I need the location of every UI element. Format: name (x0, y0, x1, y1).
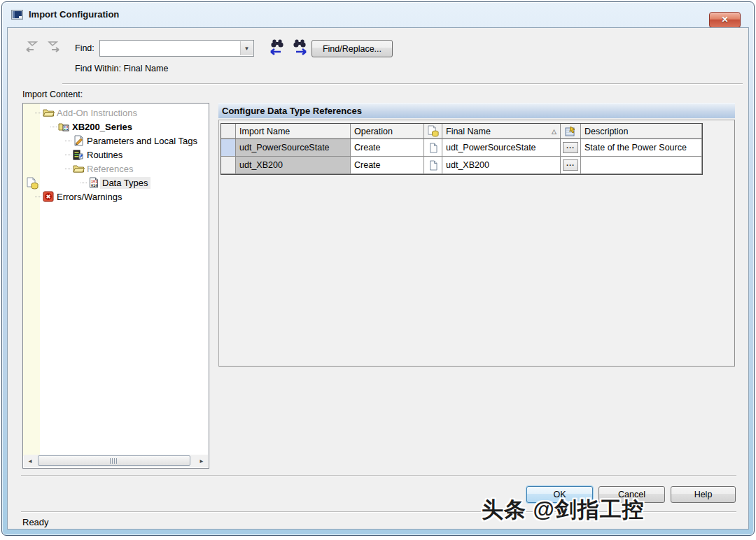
tree-item-routines[interactable]: Routines (23, 148, 209, 162)
column-header-reference-type[interactable] (424, 124, 442, 139)
find-label: Find: (75, 43, 94, 53)
import-content-label: Import Content: (22, 90, 83, 99)
dialog-client-area: Find: ▼ Find/Replace... Find Within: Fin… (7, 27, 749, 530)
routines-icon (72, 150, 85, 160)
folder-open-icon (42, 108, 55, 118)
svg-text:010: 010 (91, 183, 97, 187)
tree-item-data-types[interactable]: 101010 Data Types (23, 176, 209, 190)
browse-cell[interactable]: ... (561, 157, 581, 174)
final-name-cell[interactable]: udt_XB200 (442, 157, 561, 174)
tree-item-xb200-series[interactable]: XB200_Series (23, 120, 209, 134)
import-name-cell[interactable]: udt_PowerSourceState (236, 139, 351, 157)
close-button[interactable]: ✕ (709, 12, 741, 28)
flag-previous-icon (24, 40, 40, 55)
import-configuration-dialog: Import Configuration ✕ Find: ▼ (1, 1, 755, 536)
reference-type-cell (424, 139, 442, 157)
import-content-tree[interactable]: Add-On Instructions XB200_Series Paramet… (22, 103, 209, 469)
data-type-reference-icon (427, 125, 440, 137)
description-cell[interactable]: State of the Power Source (581, 139, 702, 157)
tree-rows: Add-On Instructions XB200_Series Paramet… (23, 106, 209, 204)
help-button[interactable]: Help (671, 486, 736, 503)
previous-flag-button[interactable] (23, 38, 41, 57)
panel-title: Configure Data Type References (222, 104, 362, 118)
tree-item-add-on-instructions[interactable]: Add-On Instructions (23, 106, 209, 120)
scroll-right-icon[interactable]: ► (195, 455, 208, 467)
ellipsis-button[interactable]: ... (563, 159, 578, 171)
window-icon (11, 10, 23, 20)
properties-icon (565, 126, 576, 136)
add-on-instruction-icon (57, 122, 70, 132)
column-header-description[interactable]: Description (581, 124, 702, 139)
folder-open-icon (72, 164, 85, 173)
tree-item-references[interactable]: References (23, 162, 209, 176)
tree-item-label: Add-On Instructions (55, 107, 139, 119)
column-header-operation[interactable]: Operation (351, 124, 424, 139)
title-bar[interactable]: Import Configuration ✕ (2, 2, 754, 27)
references-table: Import Name Operation Final Name △ Descr… (220, 123, 703, 175)
operation-cell[interactable]: Create (351, 139, 424, 157)
tree-item-label: Data Types (100, 177, 150, 189)
column-header-final-name[interactable]: Final Name △ (442, 124, 561, 139)
row-selector[interactable] (221, 139, 236, 157)
final-name-cell[interactable]: udt_PowerSourceState (442, 139, 561, 157)
configure-references-header: Configure Data Type References (218, 103, 735, 118)
find-within-label: Find Within: Final Name (75, 64, 168, 73)
tree-item-label: Errors/Warnings (55, 191, 124, 203)
references-grid-container: Import Name Operation Final Name △ Descr… (218, 120, 735, 367)
window-title: Import Configuration (29, 9, 119, 20)
binoculars-next-icon (290, 36, 309, 56)
find-input[interactable] (102, 41, 239, 55)
import-name-cell[interactable]: udt_XB200 (236, 157, 351, 174)
binoculars-previous-icon (268, 36, 286, 56)
reference-type-cell (424, 157, 442, 174)
row-selector-header[interactable] (221, 124, 236, 139)
ellipsis-button[interactable]: ... (563, 142, 578, 153)
flag-next-icon (46, 40, 61, 55)
scroll-left-icon[interactable]: ◄ (24, 455, 36, 467)
status-bar-text: Ready (22, 517, 49, 527)
scrollbar-thumb[interactable] (38, 455, 190, 466)
tree-item-parameters-and-local-tags[interactable]: Parameters and Local Tags (23, 134, 209, 148)
row-selector[interactable] (221, 157, 236, 174)
operation-cell[interactable]: Create (351, 157, 424, 174)
chevron-down-icon[interactable]: ▼ (240, 41, 253, 55)
watermark-text: 头条 @剑指工控 (482, 495, 645, 525)
tree-item-label: Parameters and Local Tags (85, 135, 200, 147)
footer-separator (21, 475, 736, 476)
errors-warnings-icon (42, 191, 55, 202)
find-replace-button[interactable]: Find/Replace... (312, 40, 393, 57)
toolbar-separator (62, 83, 743, 85)
page-icon (429, 160, 438, 171)
column-header-import-name[interactable]: Import Name (236, 124, 351, 139)
tree-item-errors-warnings[interactable]: Errors/Warnings (23, 190, 209, 204)
parameters-icon (72, 135, 85, 146)
find-combobox[interactable]: ▼ (99, 40, 254, 57)
description-cell[interactable] (581, 157, 702, 174)
browse-cell[interactable]: ... (561, 139, 581, 157)
tree-horizontal-scrollbar[interactable]: ◄ ► (24, 455, 208, 467)
tree-item-label: Routines (85, 149, 125, 161)
find-previous-button[interactable] (268, 37, 286, 55)
next-flag-button[interactable] (44, 38, 62, 57)
tree-item-label: References (85, 163, 135, 175)
data-types-icon: 101010 (88, 177, 100, 188)
scrollbar-grip (110, 458, 118, 464)
page-icon (429, 143, 438, 153)
sort-ascending-icon: △ (552, 128, 556, 135)
find-next-button[interactable] (290, 37, 309, 55)
tree-item-label: XB200_Series (70, 121, 134, 133)
column-header-properties[interactable] (561, 124, 581, 139)
